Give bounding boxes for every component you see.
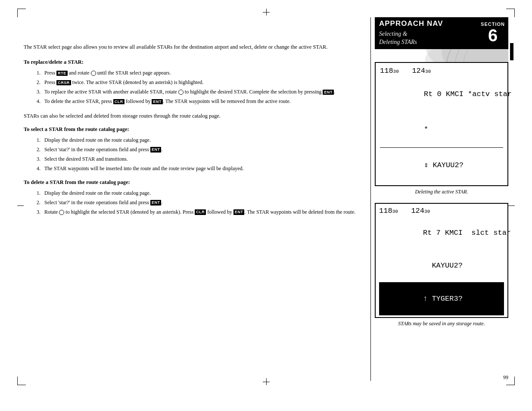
ent-button-label: ENT [323, 90, 334, 95]
list-text: Select 'star?' in the route operations f… [44, 146, 358, 153]
right-col: APPROACH NAV Selecting & Deleting STARs … [370, 17, 508, 381]
approach-nav-subtitle: Selecting & Deleting STARs [379, 30, 473, 47]
list-item: 4. To delete the active STAR, press CLR … [37, 97, 358, 105]
screen1-row2: Rt 0 KMCI *actv star [380, 77, 503, 112]
screen1-caption: Deleting the active STAR. [375, 189, 508, 195]
list-item: 4. The STAR waypoints will be inserted i… [37, 165, 358, 172]
intro-paragraph: The STAR select page also allows you to … [24, 43, 358, 51]
section-number: 6 [488, 27, 498, 44]
ent-button-label: ENT [233, 209, 245, 215]
delete-star-list: 1. Display the desired route on the rout… [37, 189, 358, 216]
list-num: 3. [37, 88, 43, 96]
ent-button-label: ENT [152, 99, 163, 105]
list-text: Display the desired route on the route c… [44, 136, 358, 144]
screen2-row3: KAYUU2? [379, 249, 504, 283]
list-num: 2. [37, 146, 43, 153]
list-num: 1. [37, 136, 43, 144]
list-num: 4. [37, 165, 43, 172]
rte-button-label: RTE [56, 71, 68, 76]
list-num: 2. [37, 78, 43, 86]
crosshair-top [263, 9, 270, 16]
replace-delete-list: 1. Press RTE and rotate until the STAR s… [37, 69, 358, 105]
list-num: 1. [37, 69, 43, 77]
list-item: 2. Press CRSR twice. The active STAR (de… [37, 78, 358, 86]
mid-paragraph: STARs can also be selected and deleted f… [24, 112, 358, 120]
section-header: APPROACH NAV Selecting & Deleting STARs … [375, 17, 508, 49]
side-mark-right [508, 206, 515, 206]
list-text: Press RTE and rotate until the STAR sele… [44, 69, 358, 77]
left-col: The STAR select page also allows you to … [24, 17, 358, 381]
crsr-button-label: CRSR [56, 80, 71, 86]
page-content: The STAR select page also allows you to … [24, 17, 508, 381]
list-item: 2. Select 'star?' in the route operation… [37, 146, 358, 153]
rotate-knob-icon [59, 210, 64, 215]
approach-nav-title: APPROACH NAV [379, 20, 473, 28]
rotate-knob-icon [178, 90, 184, 95]
right-page-bar [510, 43, 513, 60]
section-num-block: SECTION 6 [477, 17, 508, 49]
list-num: 4. [37, 97, 43, 105]
screen2-row1: 11830 12430 [379, 206, 504, 217]
clr-button-label: CLR [113, 99, 124, 105]
approach-nav-block: APPROACH NAV Selecting & Deleting STARs [375, 17, 477, 49]
ent-button-label: ENT [150, 200, 162, 206]
list-item: 3. To replace the active STAR with anoth… [37, 88, 358, 96]
gps-screen-2: 11830 12430 Rt 7 KMCI slct star KAYUU2? … [375, 203, 508, 318]
replace-delete-heading: To replace/delete a STAR: [24, 59, 358, 65]
gps-screen-1: 11830 12430 Rt 0 KMCI *actv star * ⇕ KAY… [375, 62, 508, 186]
list-num: 2. [37, 199, 43, 206]
screen2-row4: ↑ TYGER3? [379, 282, 504, 315]
select-star-heading: To select a STAR from the route catalog … [24, 126, 358, 133]
clr-button-label: CLR [195, 209, 206, 215]
list-text: To replace the active STAR with another … [44, 88, 358, 96]
list-item: 1. Display the desired route on the rout… [37, 189, 358, 197]
screen1-freq: 11830 12430 [380, 65, 431, 77]
list-item: 1. Display the desired route on the rout… [37, 136, 358, 144]
corner-mark-tl [17, 9, 26, 17]
list-text: Rotate to highlight the selected STAR (d… [44, 208, 358, 216]
screen1-row3: * [380, 112, 503, 148]
screen1-row4: ⇕ KAYUU2? [380, 148, 503, 183]
list-text: Press CRSR twice. The active STAR (denot… [44, 78, 358, 86]
screen2-freq: 11830 12430 [379, 206, 430, 217]
list-item: 1. Press RTE and rotate until the STAR s… [37, 69, 358, 77]
list-item: 3. Rotate to highlight the selected STAR… [37, 208, 358, 216]
list-text: Select the desired STAR and transitions. [44, 155, 358, 163]
list-num: 3. [37, 155, 43, 163]
corner-mark-tr [506, 9, 515, 17]
list-num: 3. [37, 208, 43, 216]
list-text: Select 'star?' in the route operations f… [44, 199, 358, 206]
list-item: 3. Select the desired STAR and transitio… [37, 155, 358, 163]
list-text: To delete the active STAR, press CLR fol… [44, 97, 358, 105]
side-mark-left [17, 206, 24, 206]
list-text: Display the desired route on the route c… [44, 189, 358, 197]
delete-star-heading: To delete a STAR from the route catalog … [24, 179, 358, 186]
right-col-inner: APPROACH NAV Selecting & Deleting STARs … [370, 17, 508, 327]
list-num: 1. [37, 189, 43, 197]
select-star-list: 1. Display the desired route on the rout… [37, 136, 358, 172]
screen1-row1: 11830 12430 [380, 65, 503, 77]
list-text: The STAR waypoints will be inserted into… [44, 165, 358, 172]
section-header-area: APPROACH NAV Selecting & Deleting STARs … [375, 17, 508, 49]
list-item: 2. Select 'star?' in the route operation… [37, 199, 358, 206]
rotate-knob-icon [91, 71, 96, 76]
screen2-caption: STARs may be saved in any storage route. [375, 321, 508, 327]
screen2-row2: Rt 7 KMCI slct star [379, 216, 504, 249]
ent-button-label: ENT [150, 147, 162, 153]
